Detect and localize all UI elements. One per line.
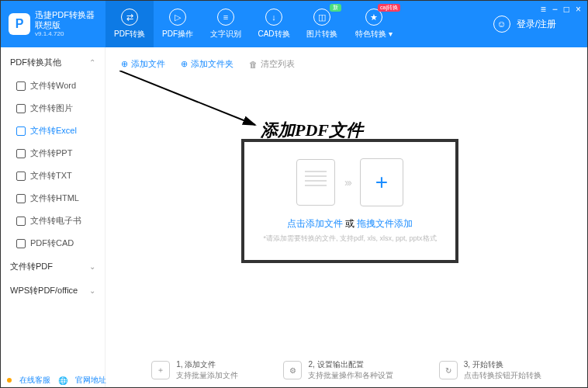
add-folder-button[interactable]: ⊕添加文件夹 — [181, 58, 233, 70]
group-label: PDF转换其他 — [10, 57, 61, 68]
maximize-icon[interactable]: □ — [564, 4, 569, 15]
window-controls: ≡ − □ × — [541, 4, 581, 15]
step-title: 添加文件 — [185, 360, 216, 369]
step-title: 设置输出配置 — [317, 360, 364, 369]
globe-icon: 🌐 — [58, 376, 67, 385]
image-icon: ◫ — [313, 9, 330, 26]
tab-label: CAD转换 — [258, 29, 289, 40]
step-1: ＋ 1, 添加文件支持批量添加文件 — [151, 359, 238, 381]
step-title: 开始转换 — [472, 360, 503, 369]
file-icon — [16, 81, 26, 91]
tab-label: PDF操作 — [162, 29, 193, 40]
file-icon — [16, 239, 26, 248]
settings-step-icon: ⚙ — [283, 361, 302, 379]
sidebar-item-word[interactable]: 文件转Word — [1, 74, 105, 97]
tab-pdf-convert[interactable]: ⇄ PDF转换 — [105, 1, 154, 47]
sidebar-group-pdf-other[interactable]: PDF转换其他 ⌃ — [1, 50, 105, 74]
file-icon — [16, 104, 26, 113]
chevron-down-icon: ⌄ — [89, 262, 95, 271]
item-label: PDF转CAD — [30, 237, 74, 249]
app-subname: 联想版 — [35, 20, 95, 30]
toolbar: ⊕添加文件 ⊕添加文件夹 🗑清空列表 — [121, 55, 572, 73]
minimize-icon[interactable]: − — [552, 4, 558, 15]
operate-icon: ▷ — [169, 9, 186, 26]
file-icon — [16, 217, 26, 226]
main-area: ⊕添加文件 ⊕添加文件夹 🗑清空列表 添加PDF文件 ››› + 点击添加文件 … — [105, 47, 587, 388]
trash-icon: 🗑 — [249, 60, 258, 69]
tab-ocr[interactable]: ≡ 文字识别 — [202, 1, 250, 47]
sidebar-item-ebook[interactable]: 文件转电子书 — [1, 210, 105, 232]
plus-folder-icon: ⊕ — [181, 59, 188, 69]
close-icon[interactable]: × — [576, 4, 581, 15]
logo-icon: P — [9, 13, 30, 35]
btn-label: 清空列表 — [261, 58, 295, 70]
app-name: 迅捷PDF转换器 — [35, 10, 95, 20]
file-icon — [16, 149, 26, 158]
svg-line-0 — [119, 71, 255, 125]
plus-file-icon: ⊕ — [121, 59, 128, 69]
tab-pdf-operate[interactable]: ▷ PDF操作 — [154, 1, 202, 47]
sidebar-item-txt[interactable]: 文件转TXT — [1, 165, 105, 187]
tab-image[interactable]: ◫ 图片转换 新 — [298, 1, 346, 47]
chevron-up-icon: ⌃ — [89, 58, 95, 67]
avatar-icon: ☺ — [493, 16, 510, 33]
sidebar-item-html[interactable]: 文件转HTML — [1, 187, 105, 210]
add-file-button[interactable]: ⊕添加文件 — [121, 58, 165, 70]
convert-icon: ⇄ — [121, 9, 138, 26]
sidebar-group-wps[interactable]: WPS转PDF/office ⌄ — [1, 279, 105, 303]
tab-cad[interactable]: ↓ CAD转换 — [250, 1, 298, 47]
menu-icon[interactable]: ≡ — [541, 4, 546, 15]
website-link[interactable]: 官网地址 — [75, 375, 106, 386]
annotation-text: 添加PDF文件 — [261, 119, 363, 142]
sidebar-item-image[interactable]: 文件转图片 — [1, 97, 105, 120]
new-badge: 新 — [330, 4, 341, 12]
sidebar-item-cad[interactable]: PDF转CAD — [1, 232, 105, 255]
login-area[interactable]: ☺ 登录/注册 — [493, 16, 556, 33]
customer-service-link[interactable]: 在线客服 — [19, 375, 50, 386]
chevron-down-icon: ⌄ — [89, 286, 95, 295]
logo-area: P 迅捷PDF转换器 联想版 v9.1.4.720 — [1, 10, 105, 38]
tab-label: PDF转换 — [114, 29, 145, 40]
login-text: 登录/注册 — [517, 18, 556, 31]
annotation-frame — [241, 139, 458, 263]
sidebar-group-to-pdf[interactable]: 文件转PDF ⌄ — [1, 255, 105, 279]
step-desc: 支持批量添加文件 — [176, 370, 238, 381]
sidebar-item-excel[interactable]: 文件转Excel — [1, 120, 105, 142]
step-num: 3, — [464, 360, 470, 369]
tab-label: 图片转换 — [306, 29, 337, 40]
file-icon — [16, 126, 26, 136]
file-icon — [16, 194, 26, 203]
header: P 迅捷PDF转换器 联想版 v9.1.4.720 ⇄ PDF转换 ▷ PDF操… — [1, 1, 587, 47]
item-label: 文件转图片 — [30, 102, 73, 114]
file-icon — [16, 171, 26, 181]
btn-label: 添加文件 — [131, 58, 165, 70]
sidebar: PDF转换其他 ⌃ 文件转Word 文件转图片 文件转Excel 文件转PPT … — [1, 47, 105, 388]
tab-special[interactable]: ★ 特色转换 ▾ caj转换 — [346, 1, 402, 47]
step-desc: 点击转换按钮开始转换 — [464, 370, 541, 381]
item-label: 文件转Word — [30, 80, 76, 92]
sidebar-item-ppt[interactable]: 文件转PPT — [1, 142, 105, 165]
item-label: 文件转TXT — [30, 170, 72, 182]
tab-label: 特色转换 ▾ — [355, 29, 393, 40]
ocr-icon: ≡ — [217, 9, 234, 26]
tab-label: 文字识别 — [210, 29, 241, 40]
cad-icon: ↓ — [265, 9, 282, 26]
step-2: ⚙ 2, 设置输出配置支持批量操作和各种设置 — [283, 359, 393, 381]
convert-step-icon: ↻ — [439, 361, 458, 379]
add-file-step-icon: ＋ — [151, 361, 170, 379]
caj-badge: caj转换 — [378, 4, 400, 12]
clear-list-button[interactable]: 🗑清空列表 — [249, 58, 295, 70]
step-num: 1, — [176, 360, 182, 369]
nav-tabs: ⇄ PDF转换 ▷ PDF操作 ≡ 文字识别 ↓ CAD转换 ◫ 图片转换 新 … — [105, 1, 402, 47]
steps-row: ＋ 1, 添加文件支持批量添加文件 ⚙ 2, 设置输出配置支持批量操作和各种设置… — [129, 359, 564, 381]
step-3: ↻ 3, 开始转换点击转换按钮开始转换 — [439, 359, 541, 381]
btn-label: 添加文件夹 — [191, 58, 233, 70]
item-label: 文件转HTML — [30, 192, 79, 204]
item-label: 文件转Excel — [30, 125, 77, 137]
item-label: 文件转电子书 — [30, 215, 81, 227]
item-label: 文件转PPT — [30, 147, 72, 159]
step-desc: 支持批量操作和各种设置 — [308, 370, 393, 381]
logo-text: 迅捷PDF转换器 联想版 v9.1.4.720 — [35, 10, 95, 38]
group-label: 文件转PDF — [10, 261, 53, 272]
step-num: 2, — [308, 360, 314, 369]
